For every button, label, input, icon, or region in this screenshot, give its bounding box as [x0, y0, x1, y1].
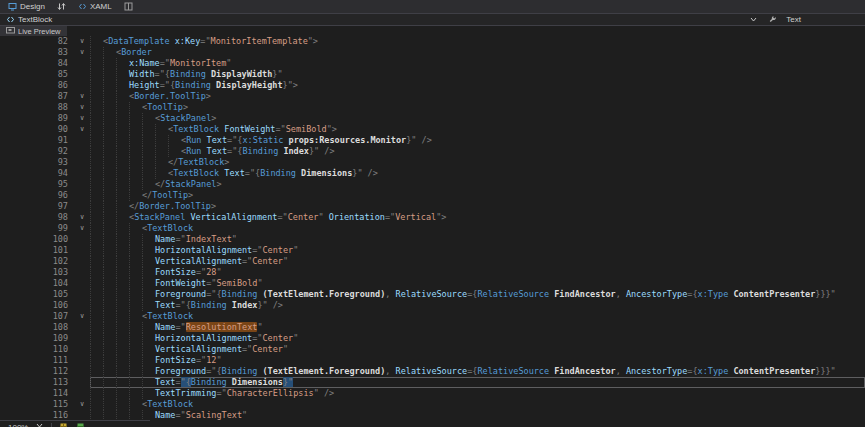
fold-chevron-icon[interactable]: ∨ [74, 124, 90, 135]
code-line[interactable]: 106Text="{Binding Index}" /> [0, 300, 865, 311]
code-line[interactable]: 99∨<TextBlock [0, 223, 865, 234]
element-breadcrumb[interactable]: TextBlock [6, 15, 52, 24]
live-preview-tab[interactable]: Live Preview [0, 26, 67, 36]
code-line[interactable]: 107∨<TextBlock [0, 311, 865, 322]
code-line-content[interactable]: <TextBlock [90, 223, 865, 234]
code-line-content[interactable]: <Run Text="{x:Static props:Resources.Mon… [90, 135, 865, 146]
edit-property-button[interactable] [766, 15, 779, 24]
code-line[interactable]: 83∨<Border [0, 47, 865, 58]
breadcrumb-dropdown-button[interactable] [748, 17, 759, 22]
line-number[interactable]: 112 [0, 366, 74, 377]
snaplines-button[interactable] [75, 423, 86, 427]
line-number[interactable]: 88 [0, 102, 74, 113]
code-line-content[interactable]: <TextBlock [90, 399, 865, 410]
code-line[interactable]: 100Name="IndexText" [0, 234, 865, 245]
fold-chevron-icon[interactable]: ∨ [74, 113, 90, 124]
code-line-content[interactable]: </Border.ToolTip> [90, 201, 865, 212]
line-number[interactable]: 85 [0, 69, 74, 80]
code-line-content[interactable]: Name="ResolutionText" [90, 322, 865, 333]
code-line[interactable]: 110VerticalAlignment="Center" [0, 344, 865, 355]
code-line[interactable]: 115∨<TextBlock [0, 399, 865, 410]
code-line-content[interactable]: HorizontalAlignment="Center" [90, 333, 865, 344]
code-line-content[interactable]: </TextBlock> [90, 157, 865, 168]
line-number[interactable]: 115 [0, 399, 74, 410]
snap-grid-button[interactable] [58, 423, 69, 427]
swap-panes-button[interactable] [55, 2, 68, 11]
code-line[interactable]: 82∨<DataTemplate x:Key="MonitorItemTempl… [0, 36, 865, 47]
line-number[interactable]: 100 [0, 234, 74, 245]
line-number[interactable]: 83 [0, 47, 74, 58]
code-line-content[interactable]: HorizontalAlignment="Center" [90, 245, 865, 256]
code-line[interactable]: 103FontSize="28" [0, 267, 865, 278]
code-line[interactable]: 94<TextBlock Text="{Binding Dimensions}"… [0, 168, 865, 179]
line-number[interactable]: 84 [0, 58, 74, 69]
code-line-content[interactable]: <StackPanel> [90, 113, 865, 124]
code-line-content[interactable]: <Border.ToolTip> [90, 91, 865, 102]
code-line[interactable]: 105Foreground="{Binding (TextElement.For… [0, 289, 865, 300]
line-number[interactable]: 86 [0, 80, 74, 91]
code-line-content[interactable]: FontWeight="SemiBold" [90, 278, 865, 289]
code-line-content[interactable]: x:Name="MonitorItem" [90, 58, 865, 69]
code-line-content[interactable]: <TextBlock [90, 311, 865, 322]
code-line-content[interactable]: FontSize="28" [90, 267, 865, 278]
code-line[interactable]: 92<Run Text="{Binding Index}" /> [0, 146, 865, 157]
line-number[interactable]: 114 [0, 388, 74, 399]
code-line-content[interactable]: TextTrimming="CharacterEllipsis" /> [90, 388, 865, 399]
code-line-content[interactable]: Width="{Binding DisplayWidth}" [90, 69, 865, 80]
code-line[interactable]: 114TextTrimming="CharacterEllipsis" /> [0, 388, 865, 399]
code-line-content[interactable]: </ToolTip> [90, 190, 865, 201]
code-line[interactable]: 104FontWeight="SemiBold" [0, 278, 865, 289]
fold-chevron-icon[interactable]: ∨ [74, 36, 90, 47]
code-line[interactable]: 84x:Name="MonitorItem" [0, 58, 865, 69]
line-number[interactable]: 106 [0, 300, 74, 311]
line-number[interactable]: 104 [0, 278, 74, 289]
line-number[interactable]: 107 [0, 311, 74, 322]
code-line[interactable]: 95</StackPanel> [0, 179, 865, 190]
line-number[interactable]: 101 [0, 245, 74, 256]
code-line[interactable]: 102VerticalAlignment="Center" [0, 256, 865, 267]
line-number[interactable]: 99 [0, 223, 74, 234]
code-line-content[interactable]: VerticalAlignment="Center" [90, 344, 865, 355]
line-number[interactable]: 97 [0, 201, 74, 212]
code-line[interactable]: 88∨<ToolTip> [0, 102, 865, 113]
code-line[interactable]: 86Height="{Binding DisplayHeight}"> [0, 80, 865, 91]
line-number[interactable]: 103 [0, 267, 74, 278]
code-line[interactable]: 87∨<Border.ToolTip> [0, 91, 865, 102]
fold-chevron-icon[interactable]: ∨ [74, 91, 90, 102]
code-line-content[interactable]: Name="ScalingText" [90, 410, 865, 421]
code-line-content[interactable]: FontSize="12" [90, 355, 865, 366]
code-line-content[interactable]: Text="{Binding Index}" /> [90, 300, 865, 311]
design-tab[interactable]: Design [5, 0, 48, 13]
code-line[interactable]: 111FontSize="12" [0, 355, 865, 366]
code-line-content[interactable]: <TextBlock FontWeight="SemiBold"> [90, 124, 865, 135]
code-line-content[interactable]: </StackPanel> [90, 179, 865, 190]
line-number[interactable]: 95 [0, 179, 74, 190]
code-line[interactable]: 96</ToolTip> [0, 190, 865, 201]
line-number[interactable]: 109 [0, 333, 74, 344]
line-number[interactable]: 94 [0, 168, 74, 179]
code-line-content[interactable]: <TextBlock Text="{Binding Dimensions}" /… [90, 168, 865, 179]
fold-chevron-icon[interactable]: ∨ [74, 47, 90, 58]
code-line[interactable]: 93</TextBlock> [0, 157, 865, 168]
code-line-content[interactable]: Foreground="{Binding (TextElement.Foregr… [90, 289, 865, 300]
code-line[interactable]: 112Foreground="{Binding (TextElement.For… [0, 366, 865, 377]
code-line-content[interactable]: <Border [90, 47, 865, 58]
code-line-content[interactable]: Name="IndexText" [90, 234, 865, 245]
line-number[interactable]: 113 [0, 377, 74, 388]
code-area[interactable]: 82∨<DataTemplate x:Key="MonitorItemTempl… [0, 36, 865, 427]
code-line[interactable]: 98∨<StackPanel VerticalAlignment="Center… [0, 212, 865, 223]
line-number[interactable]: 102 [0, 256, 74, 267]
zoom-level-label[interactable]: 100% [8, 423, 28, 427]
code-line-content[interactable]: <StackPanel VerticalAlignment="Center" O… [90, 212, 865, 223]
code-line[interactable]: 89∨<StackPanel> [0, 113, 865, 124]
code-line[interactable]: 113Text="{Binding Dimensions}" [0, 377, 865, 388]
xaml-tab[interactable]: XAML [75, 0, 115, 13]
line-number[interactable]: 82 [0, 36, 74, 47]
line-number[interactable]: 108 [0, 322, 74, 333]
fold-chevron-icon[interactable]: ∨ [74, 311, 90, 322]
code-line[interactable]: 101HorizontalAlignment="Center" [0, 245, 865, 256]
fold-chevron-icon[interactable]: ∨ [74, 399, 90, 410]
code-line[interactable]: 85Width="{Binding DisplayWidth}" [0, 69, 865, 80]
line-number[interactable]: 87 [0, 91, 74, 102]
code-line-content[interactable]: <ToolTip> [90, 102, 865, 113]
